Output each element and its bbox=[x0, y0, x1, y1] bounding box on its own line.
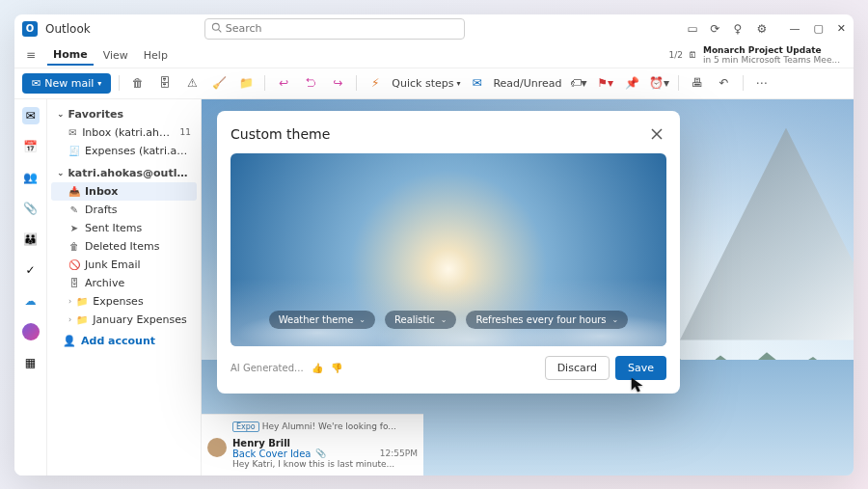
inbox-icon: ✉ bbox=[68, 126, 77, 138]
refresh-interval-dropdown[interactable]: Refreshes every four hours⌄ bbox=[466, 311, 628, 329]
settings-gear-icon[interactable]: ⚙ bbox=[756, 22, 770, 36]
category-tag: Expo bbox=[232, 421, 259, 432]
quick-steps-button[interactable]: Quick steps ▾ bbox=[392, 77, 460, 90]
notifications-icon[interactable]: ⟳ bbox=[710, 22, 723, 36]
new-mail-button[interactable]: ✉ New mail ▾ bbox=[22, 73, 111, 94]
calendar-reminder[interactable]: 1/2 🗓 Monarch Project Update in 5 min Mi… bbox=[668, 45, 846, 65]
style-dropdown[interactable]: Realistic⌄ bbox=[385, 311, 456, 329]
chevron-down-icon: ⌄ bbox=[612, 315, 619, 324]
tab-view[interactable]: View bbox=[97, 46, 134, 65]
left-rail: ✉ 📅 👥 📎 👪 ✓ ☁ ▦ bbox=[14, 99, 47, 475]
close-window-button[interactable]: ✕ bbox=[837, 22, 846, 35]
sender-name: Henry Brill bbox=[232, 438, 418, 448]
title-action-group: ▭ ⟳ ♀ ⚙ bbox=[687, 22, 770, 36]
theme-preview: Weather theme⌄ Realistic⌄ Refreshes ever… bbox=[231, 153, 666, 346]
quick-steps-icon: ⚡ bbox=[365, 72, 386, 94]
trash-icon: 🗑 bbox=[68, 240, 80, 252]
sidebar-item-fav-inbox[interactable]: ✉ Inbox (katri.ahokas@... 11 bbox=[51, 123, 197, 142]
add-account-button[interactable]: 👤Add account bbox=[51, 329, 197, 350]
mouse-cursor-icon bbox=[630, 376, 647, 394]
discard-button[interactable]: Discard bbox=[545, 356, 610, 380]
forward-button[interactable]: ↪ bbox=[327, 72, 348, 94]
archive-icon: 🗄 bbox=[68, 277, 80, 288]
delete-button[interactable]: 🗑 bbox=[127, 72, 149, 94]
custom-theme-dialog: Custom theme Weather theme⌄ Realistic⌄ R… bbox=[217, 111, 680, 394]
message-time: 12:55PM bbox=[380, 448, 418, 458]
sidebar-item-expenses[interactable]: ›📁Expenses bbox=[51, 292, 197, 311]
rail-files-icon[interactable]: 📎 bbox=[22, 200, 40, 217]
sidebar-item-inbox[interactable]: 📥Inbox bbox=[51, 182, 197, 201]
report-button[interactable]: ⚠ bbox=[181, 72, 203, 94]
folder-icon: 📁 bbox=[76, 295, 88, 307]
undo-button[interactable]: ↶ bbox=[714, 72, 735, 94]
account-header[interactable]: ⌄katri.ahokas@outlook.... bbox=[51, 164, 197, 182]
chevron-down-icon: ⌄ bbox=[441, 315, 448, 324]
dialog-title: Custom theme bbox=[231, 126, 330, 142]
message-row[interactable]: ExpoHey Alumni! We're looking fo... bbox=[207, 419, 418, 435]
rail-onedrive-icon[interactable]: ☁ bbox=[22, 292, 40, 310]
rail-groups-icon[interactable]: 👪 bbox=[22, 231, 40, 248]
junk-icon: 🚫 bbox=[68, 258, 80, 270]
person-plus-icon: 👤 bbox=[63, 335, 76, 347]
hamburger-icon[interactable]: ≡ bbox=[22, 48, 40, 62]
restore-button[interactable]: ▢ bbox=[813, 22, 823, 35]
thumbs-down-icon[interactable]: 👎 bbox=[331, 363, 342, 373]
rail-people-icon[interactable]: 👥 bbox=[22, 169, 40, 186]
tab-home[interactable]: Home bbox=[47, 45, 94, 66]
command-toolbar: ✉ New mail ▾ 🗑 🗄 ⚠ 🧹 📁 ↩ ⮌ ↪ ⚡ Quick ste… bbox=[14, 68, 854, 99]
rail-copilot-icon[interactable] bbox=[22, 323, 40, 340]
search-input[interactable]: Search bbox=[204, 18, 465, 40]
tips-icon[interactable]: ♀ bbox=[733, 22, 746, 36]
sidebar-item-sent[interactable]: ➤Sent Items bbox=[51, 219, 197, 237]
inbox-icon: 📥 bbox=[68, 185, 80, 197]
title-bar: O Outlook Search ▭ ⟳ ♀ ⚙ — ▢ ✕ bbox=[14, 14, 854, 43]
search-icon bbox=[211, 22, 222, 36]
move-button[interactable]: 📁 bbox=[235, 72, 257, 94]
rail-more-apps-icon[interactable]: ▦ bbox=[22, 354, 40, 371]
outlook-app-icon: O bbox=[22, 21, 38, 37]
rail-todo-icon[interactable]: ✓ bbox=[22, 261, 40, 279]
sidebar-item-drafts[interactable]: ✎Drafts bbox=[51, 201, 197, 219]
window-controls: — ▢ ✕ bbox=[789, 22, 846, 35]
sidebar-item-deleted[interactable]: 🗑Deleted Items bbox=[51, 237, 197, 256]
chevron-down-icon: ▾ bbox=[97, 79, 101, 88]
rail-calendar-icon[interactable]: 📅 bbox=[22, 138, 40, 155]
sidebar-item-january-expenses[interactable]: ›📁January Expenses bbox=[51, 311, 197, 329]
read-unread-button[interactable]: Read/Unread bbox=[493, 77, 561, 90]
favorites-header[interactable]: ⌄Favorites bbox=[51, 105, 197, 123]
reminder-title: Monarch Project Update bbox=[703, 45, 840, 55]
ai-generated-label: AI Generated... 👍 👎 bbox=[231, 363, 342, 373]
avatar bbox=[207, 438, 227, 457]
sidebar-item-archive[interactable]: 🗄Archive bbox=[51, 274, 197, 292]
search-placeholder: Search bbox=[226, 22, 262, 35]
tab-help[interactable]: Help bbox=[138, 46, 174, 65]
folder-sidebar: ⌄Favorites ✉ Inbox (katri.ahokas@... 11 … bbox=[47, 99, 202, 475]
attachment-icon: 📎 bbox=[315, 448, 326, 458]
message-row[interactable]: Henry Brill Back Cover Idea 📎 12:55PM He… bbox=[207, 435, 418, 472]
more-button[interactable]: ⋯ bbox=[751, 72, 773, 94]
reply-all-button[interactable]: ⮌ bbox=[300, 72, 321, 94]
sidebar-item-fav-expenses[interactable]: 🧾 Expenses (katri.ahoka... bbox=[51, 142, 197, 160]
draft-icon: ✎ bbox=[68, 204, 80, 215]
sent-icon: ➤ bbox=[68, 222, 80, 233]
reminder-count: 1/2 bbox=[668, 50, 682, 60]
print-button[interactable]: 🖶 bbox=[687, 72, 708, 94]
meet-now-icon[interactable]: ▭ bbox=[687, 22, 700, 36]
pin-button[interactable]: 📌 bbox=[622, 72, 643, 94]
reply-button[interactable]: ↩ bbox=[273, 72, 294, 94]
flag-button[interactable]: ⚑▾ bbox=[595, 72, 616, 94]
read-unread-icon: ✉ bbox=[466, 72, 487, 94]
tag-button[interactable]: 🏷▾ bbox=[568, 72, 589, 94]
sweep-button[interactable]: 🧹 bbox=[208, 72, 230, 94]
archive-button[interactable]: 🗄 bbox=[154, 72, 176, 94]
minimize-button[interactable]: — bbox=[789, 22, 800, 35]
rail-mail-icon[interactable]: ✉ bbox=[22, 107, 40, 124]
reminder-subtitle: in 5 min Microsoft Teams Mee... bbox=[703, 55, 840, 65]
snooze-button[interactable]: ⏰▾ bbox=[649, 72, 670, 94]
ribbon-tabs: ≡ Home View Help 1/2 🗓 Monarch Project U… bbox=[14, 43, 854, 68]
dialog-close-button[interactable] bbox=[647, 124, 666, 144]
folder-icon: 📁 bbox=[76, 313, 88, 325]
thumbs-up-icon[interactable]: 👍 bbox=[312, 363, 323, 373]
weather-theme-dropdown[interactable]: Weather theme⌄ bbox=[269, 311, 375, 329]
sidebar-item-junk[interactable]: 🚫Junk Email bbox=[51, 256, 197, 274]
